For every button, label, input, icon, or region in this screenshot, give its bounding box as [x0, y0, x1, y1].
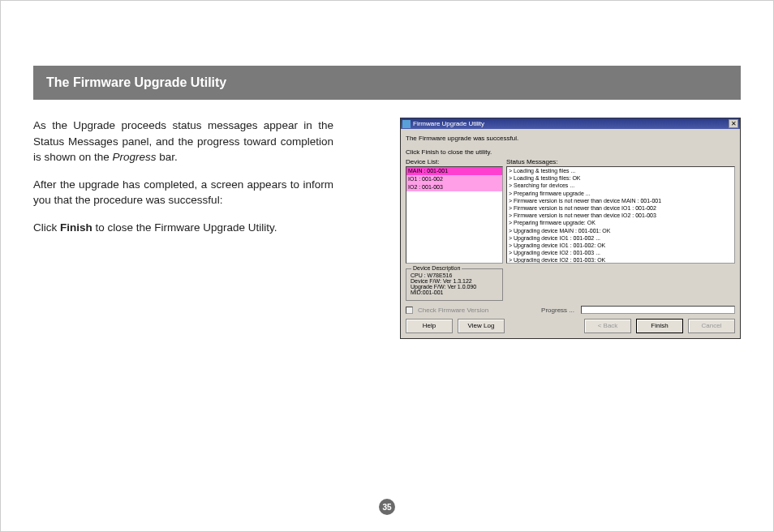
dialog-title-wrap: Firmware Upgrade Utility	[402, 120, 484, 128]
page-content: The Firmware Upgrade Utility As the Upgr…	[33, 66, 741, 499]
status-messages-panel: Status Messages: > Loading & testing fil…	[506, 158, 735, 301]
success-message: The Firmware upgrade was successful.	[406, 135, 735, 142]
view-log-button[interactable]: View Log	[458, 319, 505, 333]
help-button[interactable]: Help	[406, 319, 453, 333]
finish-button[interactable]: Finish	[636, 319, 683, 333]
progress-bar	[581, 306, 735, 314]
device-list-panel: Device List: MAIN : 001-001 IO1 : 001-00…	[406, 158, 503, 301]
status-line: > Firmware version is not newer than dev…	[507, 197, 734, 204]
paragraph-2: After the upgrade has completed, a scree…	[33, 177, 333, 208]
status-line: > Upgrading device IO2 : 001-003: OK	[507, 256, 734, 264]
cancel-button[interactable]: Cancel	[688, 319, 735, 333]
devdesc-line: Upgrade F/W: Ver 1.0.090	[411, 284, 498, 290]
body-row: As the Upgrade proceeds status messages …	[33, 118, 741, 339]
paragraph-1: As the Upgrade proceeds status messages …	[33, 118, 333, 165]
check-firmware-checkbox[interactable]	[406, 307, 413, 314]
device-description-group: Device Description CPU : W78E516 Device …	[406, 268, 503, 301]
p3-text-a: Click	[33, 221, 60, 234]
progress-row: Check Firmware Version Progress ...	[406, 306, 735, 314]
list-item[interactable]: MAIN : 001-001	[406, 167, 502, 175]
devdesc-line: MID:001-001	[411, 290, 498, 295]
status-line: > Upgrading device IO1 : 001-002: OK	[507, 242, 734, 249]
status-messages-list[interactable]: > Loading & testing files ... > Loading …	[506, 166, 735, 264]
text-column: As the Upgrade proceeds status messages …	[33, 118, 333, 339]
list-item[interactable]: IO2 : 001-003	[406, 183, 502, 191]
devdesc-line: CPU : W78E516	[411, 272, 498, 278]
panels: Device List: MAIN : 001-001 IO1 : 001-00…	[406, 158, 735, 301]
status-line: > Firmware version is not newer than dev…	[507, 212, 734, 219]
button-row: Help View Log < Back Finish Cancel	[406, 319, 735, 333]
progress-label: Progress ...	[541, 307, 574, 314]
app-icon	[402, 120, 411, 128]
device-description-legend: Device Description	[411, 265, 462, 271]
status-line: > Searching for devices ...	[507, 182, 734, 189]
back-button[interactable]: < Back	[584, 319, 631, 333]
p3-text-b: to close the Firmware Upgrade Utility.	[92, 221, 277, 234]
section-header: The Firmware Upgrade Utility	[33, 66, 741, 100]
status-line: > Firmware version is not newer than dev…	[507, 204, 734, 212]
page-number: 35	[379, 499, 395, 515]
hint-text: Click Finish to close the utility.	[406, 148, 735, 156]
dialog-titlebar[interactable]: Firmware Upgrade Utility ✕	[401, 118, 740, 129]
status-line: > Upgrading device IO1 : 001-002 ...	[507, 234, 734, 242]
dialog-body: The Firmware upgrade was successful. Cli…	[401, 129, 740, 338]
p1-progress-word: Progress	[113, 151, 157, 163]
dialog-title: Firmware Upgrade Utility	[413, 120, 484, 127]
status-line: > Loading & testing files: OK	[507, 174, 734, 182]
status-line: > Loading & testing files ...	[507, 167, 734, 174]
devdesc-line: Device F/W: Ver 1.3.122	[411, 278, 498, 284]
device-list[interactable]: MAIN : 001-001 IO1 : 001-002 IO2 : 001-0…	[406, 166, 503, 264]
status-line: > Upgrading device IO2 : 001-003 ...	[507, 249, 734, 256]
device-list-label: Device List:	[406, 158, 503, 165]
p3-finish-word: Finish	[60, 221, 92, 234]
section-title: The Firmware Upgrade Utility	[46, 75, 226, 89]
p1-text-b: bar.	[157, 151, 178, 163]
status-messages-label: Status Messages:	[506, 158, 735, 165]
list-item[interactable]: IO1 : 001-002	[406, 175, 502, 183]
status-line: > Preparing firmware upgrade: OK	[507, 219, 734, 226]
paragraph-3: Click Finish to close the Firmware Upgra…	[33, 220, 333, 236]
check-firmware-label: Check Firmware Version	[418, 307, 488, 314]
figure-column: Firmware Upgrade Utility ✕ The Firmware …	[353, 118, 741, 339]
page-number-container: 35	[1, 499, 773, 515]
status-line: > Preparing firmware upgrade ...	[507, 190, 734, 197]
firmware-dialog: Firmware Upgrade Utility ✕ The Firmware …	[400, 118, 741, 339]
status-line: > Upgrading device MAIN : 001-001: OK	[507, 227, 734, 234]
close-button[interactable]: ✕	[729, 119, 738, 128]
p1-text-a: As the Upgrade proceeds status messages …	[33, 119, 333, 163]
